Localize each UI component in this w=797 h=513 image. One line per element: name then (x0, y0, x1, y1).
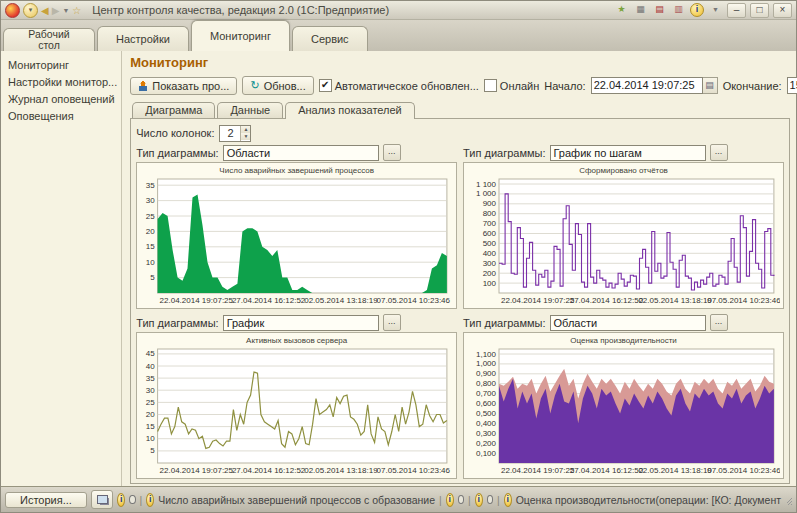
tab-indicator-analysis[interactable]: Анализ показателей (285, 102, 415, 119)
online-checkbox-box[interactable] (484, 79, 497, 92)
add-favorite-icon[interactable]: ★ (614, 3, 629, 17)
status-lens-icon[interactable] (458, 495, 464, 504)
history-dropdown-icon[interactable]: ▼ (62, 4, 69, 17)
chart-type-select-button-3[interactable]: ... (383, 314, 401, 331)
status-info-icon[interactable]: i (475, 493, 483, 507)
svg-text:35: 35 (146, 374, 155, 383)
open-windows-button[interactable] (91, 490, 114, 509)
tab-data[interactable]: Данные (217, 102, 283, 118)
svg-text:5: 5 (150, 273, 155, 282)
app-logo-icon (5, 3, 20, 18)
tab-settings[interactable]: Настройки (97, 26, 189, 51)
sidebar-item-alert-log[interactable]: Журнал оповещений (1, 91, 121, 108)
svg-text:900: 900 (483, 199, 497, 208)
calendar-icon[interactable]: ▤ (652, 3, 667, 17)
chart-type-label: Тип диаграммы: (136, 317, 218, 329)
show-processes-button[interactable]: Показать про... (130, 77, 237, 95)
favorites-star-icon[interactable]: ☆ (72, 4, 81, 17)
main-menu-button[interactable]: ▾ (23, 3, 38, 18)
start-date-label: Начало: (544, 80, 585, 92)
refresh-button[interactable]: ↻ Обнов... (242, 76, 313, 95)
calculator-icon[interactable]: ▦ (633, 3, 648, 17)
svg-text:600: 600 (483, 229, 497, 238)
stepper-down-icon[interactable]: ▼ (241, 133, 250, 140)
svg-text:20: 20 (146, 227, 155, 236)
tab-diagram[interactable]: Диаграмма (132, 102, 215, 118)
chart-type-select-button-2[interactable]: ... (710, 144, 728, 161)
chart-type-label: Тип диаграммы: (136, 147, 218, 159)
svg-text:10: 10 (146, 258, 155, 267)
content-area: Мониторинг Показать про... ↻ Обнов... ✔ … (122, 51, 796, 486)
sidebar-item-alerts[interactable]: Оповещения (1, 108, 121, 125)
chart-performance-score: 0,1000,2000,3000,4000,5000,6000,7000,800… (467, 346, 780, 476)
end-date-label: Окончание: (723, 80, 782, 92)
sidebar-item-monitoring[interactable]: Мониторинг (1, 57, 121, 74)
svg-text:1 000: 1 000 (476, 189, 497, 198)
chart-type-label: Тип диаграммы: (463, 317, 545, 329)
status-message-1: Число аварийных завершений процессов с о… (158, 494, 435, 506)
refresh-icon: ↻ (250, 79, 259, 92)
sidebar-item-monitor-settings[interactable]: Настройки монитор... (1, 74, 121, 91)
svg-text:5: 5 (150, 446, 155, 455)
forward-icon[interactable]: ▶ (52, 4, 60, 17)
back-icon[interactable]: ◀ (41, 4, 49, 17)
svg-text:22.04.2014 19:07:25: 22.04.2014 19:07:25 (501, 466, 575, 475)
tab-monitoring[interactable]: Мониторинг (191, 20, 290, 51)
resize-grip[interactable] (787, 495, 792, 505)
status-lens-icon[interactable] (487, 495, 493, 504)
svg-text:30: 30 (146, 196, 155, 205)
start-date-field[interactable]: 22.04.2014 19:07:25 (591, 77, 703, 94)
status-info-icon[interactable]: i (146, 493, 154, 507)
close-button[interactable]: × (773, 3, 792, 18)
chart-title-4: Оценка производительности (467, 335, 780, 346)
table-icon[interactable]: ▥ (671, 3, 686, 17)
status-info-icon[interactable]: i (117, 493, 125, 507)
auto-update-checkbox[interactable]: ✔ Автоматическое обновлен... (319, 79, 479, 92)
chart-cell-reports: Тип диаграммы: График по шагам ... Сформ… (463, 143, 784, 309)
person-icon (138, 81, 148, 91)
chart-type-field-3[interactable]: График (223, 315, 379, 331)
chart-type-select-button-4[interactable]: ... (710, 314, 728, 331)
svg-text:07.05.2014 10:23:46: 07.05.2014 10:23:46 (707, 296, 780, 305)
status-info-icon[interactable]: i (504, 493, 512, 507)
start-date-picker-icon[interactable]: ▤ (703, 77, 718, 94)
sidebar: Мониторинг Настройки монитор... Журнал о… (1, 51, 122, 486)
columns-count-label: Число колонок: (136, 127, 214, 139)
svg-text:20: 20 (146, 410, 155, 419)
svg-text:22.04.2014 19:07:25: 22.04.2014 19:07:25 (160, 296, 234, 305)
history-button[interactable]: История... (5, 492, 87, 508)
svg-text:300: 300 (483, 259, 497, 268)
help-info-icon[interactable]: i (690, 3, 704, 17)
svg-text:27.04.2014 16:12:52: 27.04.2014 16:12:52 (570, 466, 644, 475)
svg-text:0,900: 0,900 (476, 369, 497, 378)
svg-text:200: 200 (483, 269, 497, 278)
svg-text:800: 800 (483, 209, 497, 218)
online-checkbox[interactable]: Онлайн (484, 79, 539, 92)
maximize-button[interactable]: □ (750, 3, 769, 18)
chart-type-field-2[interactable]: График по шагам (550, 145, 706, 161)
tab-service[interactable]: Сервис (292, 26, 368, 51)
columns-count-stepper[interactable]: 2 ▲ ▼ (219, 125, 251, 142)
svg-text:0,800: 0,800 (476, 379, 497, 388)
stepper-up-icon[interactable]: ▲ (241, 126, 250, 133)
chart-type-field-4[interactable]: Области (550, 315, 706, 331)
svg-text:02.05.2014 13:18:19: 02.05.2014 13:18:19 (639, 466, 713, 475)
svg-text:0,300: 0,300 (476, 429, 497, 438)
chart-type-field-1[interactable]: Области (223, 145, 379, 161)
svg-text:22.04.2014 19:07:25: 22.04.2014 19:07:25 (501, 296, 575, 305)
help-dropdown-icon[interactable]: ▼ (708, 3, 723, 17)
svg-text:10: 10 (146, 434, 155, 443)
auto-update-checkbox-box[interactable]: ✔ (319, 79, 332, 92)
end-date-field[interactable]: 15.05.2014 19:07:25 (787, 77, 797, 94)
status-bar: История... i | i Число аварийных заверше… (1, 486, 796, 512)
svg-text:07.05.2014 10:23:46: 07.05.2014 10:23:46 (707, 466, 780, 475)
chart-cell-crash-count: Тип диаграммы: Области ... Число аварийн… (136, 143, 457, 309)
status-info-icon[interactable]: i (446, 493, 454, 507)
chart-type-select-button-1[interactable]: ... (383, 144, 401, 161)
minimize-button[interactable]: – (727, 3, 746, 18)
svg-text:0,200: 0,200 (476, 439, 497, 448)
status-lens-icon[interactable] (129, 495, 135, 504)
charts-grid: Тип диаграммы: Области ... Число аварийн… (136, 143, 784, 479)
svg-text:35: 35 (146, 181, 155, 190)
tab-desktop[interactable]: Рабочий стол (3, 28, 95, 51)
